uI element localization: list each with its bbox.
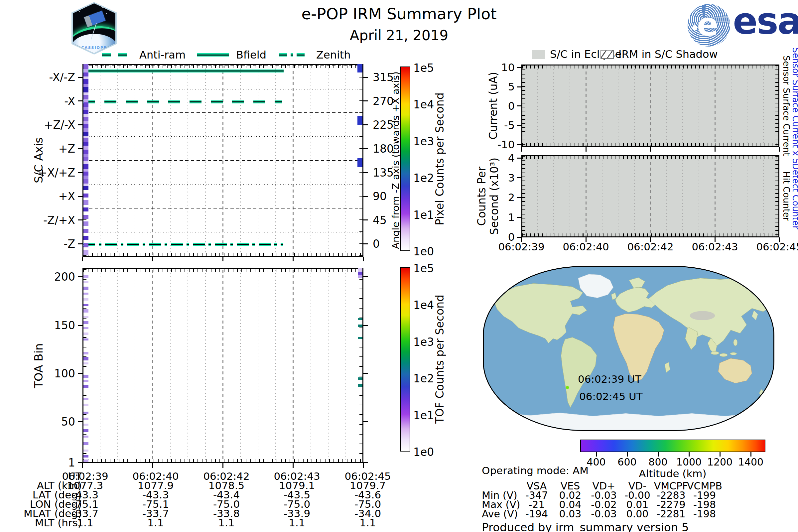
xtick-mark — [292, 257, 293, 261]
alt-tick-label: 1400 — [731, 457, 771, 467]
gridline-horizontal — [83, 184, 362, 185]
gridline-minor — [240, 270, 241, 462]
minor-ticks-x — [522, 65, 778, 69]
gridline-minor — [699, 66, 699, 146]
pixel-colorbar-tick: 1e3 — [413, 136, 434, 147]
sc-axis-mark-left — [83, 142, 89, 146]
sc-axis-tick-label: -Z — [16, 239, 75, 249]
current-tick-label: -10 — [478, 139, 515, 150]
angle-tick-label: 135 — [373, 167, 394, 178]
toa-mark-left — [83, 357, 89, 360]
xtick-mark — [292, 463, 293, 468]
page-title: e-POP IRM Summary Plot — [233, 6, 565, 22]
ytick-mark — [517, 177, 521, 178]
star-dot — [106, 13, 107, 14]
xtick-mark — [586, 147, 587, 152]
sc-axis-mark-left — [83, 84, 89, 87]
minor-ticks-x — [83, 253, 362, 256]
xtick-mark — [152, 463, 153, 468]
star-dot — [79, 11, 80, 12]
sc-axis-mark-left — [83, 79, 89, 84]
ytick-mark — [517, 125, 521, 126]
minor-ticks-y — [359, 269, 362, 462]
legend-antiram-label: Anti-ram — [139, 50, 186, 60]
xtick-mark — [223, 257, 224, 261]
gridline-minor — [634, 66, 635, 146]
toa-mark-left — [83, 429, 89, 432]
sc-axis-mark-left — [83, 64, 89, 69]
sc-axis-mark-left — [83, 76, 89, 79]
ytick-mark — [78, 100, 82, 101]
sc-axis-mark-right — [358, 64, 362, 73]
sc-axis-mark-left — [83, 107, 89, 110]
counts-tick-label: 1 — [478, 212, 515, 223]
legend-eclipse-swatch — [532, 50, 545, 59]
angle-tick-label: 90 — [373, 191, 387, 202]
ephemeris-cell: 1.1 — [122, 518, 189, 528]
pixel-colorbar-label: Pixel Counts per Second — [434, 92, 445, 225]
current-right-label-inner: Sensor Surface Current — [782, 56, 791, 156]
gridline-horizontal — [83, 160, 362, 161]
sc-axis-tick-label: +Z/-X — [16, 119, 75, 130]
gridline-major — [715, 156, 716, 236]
gridline-minor — [699, 156, 699, 236]
sc-axis-mark-left — [83, 138, 89, 142]
legend-zenith-label: Zenith — [316, 50, 351, 60]
sc-axis-mark-left — [83, 172, 89, 175]
ytick-mark — [363, 243, 368, 244]
gridline-minor — [275, 270, 276, 462]
gridline-horizontal — [83, 112, 362, 113]
gridline-major — [586, 156, 587, 236]
time-tick-label: 06:02:43 — [685, 242, 745, 252]
sc-axis-mark-left — [83, 179, 89, 184]
ytick-mark — [363, 220, 368, 221]
xtick-mark — [521, 147, 522, 152]
toa-mark-right — [358, 268, 362, 272]
legend-antiram-sample-core — [102, 55, 130, 56]
gridline-minor — [763, 66, 764, 146]
sc-axis-mark-left — [83, 121, 89, 124]
xtick-mark — [223, 463, 224, 468]
esa-logo-e: e — [697, 8, 719, 41]
gridline-minor — [310, 270, 311, 462]
gridline-major — [586, 66, 587, 146]
voltage-cell: -198 — [681, 509, 728, 519]
angle-tick-label: 270 — [373, 95, 394, 107]
xtick-mark — [363, 257, 364, 261]
ephemeris-cell: 1.1 — [52, 518, 118, 528]
star-dot — [102, 7, 103, 8]
gridline-minor — [345, 270, 346, 462]
gridline-major — [152, 270, 153, 462]
angle-tick-label: 315 — [373, 72, 394, 83]
pixel-colorbar-tick: 1e1 — [413, 209, 434, 220]
toa-mark-left — [83, 404, 89, 406]
produced-by-text: Produced by irm_summary version 5 — [482, 522, 689, 532]
legend-zenith-sample-core — [279, 55, 307, 56]
cassiope-mission-logo: CASSIOPE — [72, 2, 117, 55]
ytick-mark — [78, 125, 82, 125]
sc-axis-mark-left — [83, 229, 89, 233]
toa-mark-left — [83, 292, 89, 294]
minor-ticks-x — [83, 459, 362, 462]
sc-axis-mark-left — [83, 161, 89, 164]
gridline-major — [650, 156, 651, 236]
sc-axis-mark-left — [83, 175, 89, 179]
tof-colorbar-label: TOF Counts per Second — [434, 294, 445, 424]
legend-shadow-label: IRM in S/C Shadow — [619, 49, 718, 59]
toa-tick-label: 100 — [16, 368, 75, 379]
gridline-minor — [170, 270, 171, 462]
gridline-minor — [682, 156, 683, 236]
sc-axis-mark-left — [83, 186, 89, 190]
pixel-colorbar-tick: 1e0 — [413, 246, 434, 257]
counts-tick-label: 4 — [478, 153, 515, 163]
ytick-mark — [78, 421, 82, 422]
ytick-mark — [363, 125, 368, 125]
ytick-mark — [363, 172, 368, 173]
sc-axis-mark-left — [83, 150, 89, 154]
sc-axis-mark-left — [83, 114, 89, 117]
ytick-mark — [78, 220, 82, 221]
gridline-minor — [731, 66, 732, 146]
toa-mark-left — [83, 412, 89, 414]
toa-mark-left — [83, 352, 89, 355]
gridline-minor — [537, 66, 538, 146]
